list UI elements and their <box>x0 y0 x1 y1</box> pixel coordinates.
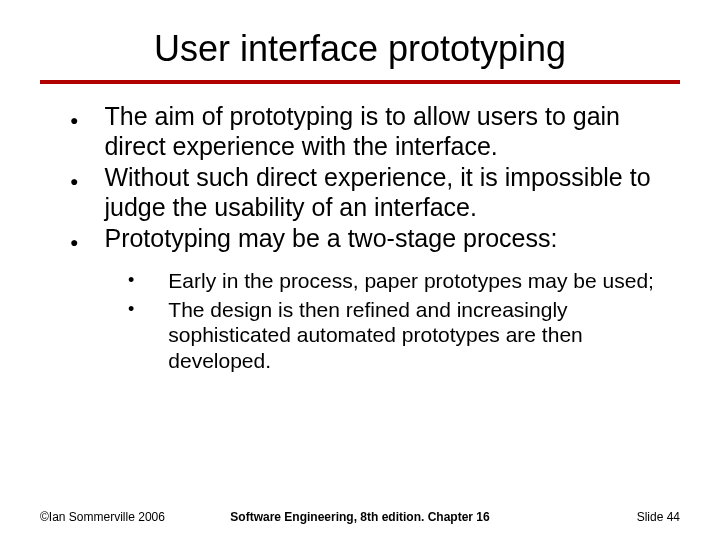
bullet-text: Prototyping may be a two-stage process: <box>104 224 557 254</box>
slide-title: User interface prototyping <box>40 28 680 70</box>
list-item: ● Without such direct experience, it is … <box>70 163 670 222</box>
sub-bullet-text: The design is then refined and increasin… <box>168 297 670 373</box>
bullet-icon: ● <box>70 228 78 256</box>
footer: ©Ian Sommerville 2006 Software Engineeri… <box>0 510 720 524</box>
list-item: • Early in the process, paper prototypes… <box>128 268 670 293</box>
content-area: ● The aim of prototyping is to allow use… <box>40 102 680 373</box>
main-bullet-list: ● The aim of prototyping is to allow use… <box>70 102 670 256</box>
list-item: ● Prototyping may be a two-stage process… <box>70 224 670 256</box>
footer-left: ©Ian Sommerville 2006 <box>40 510 165 524</box>
sub-bullet-text: Early in the process, paper prototypes m… <box>168 268 654 293</box>
slide: User interface prototyping ● The aim of … <box>0 0 720 540</box>
list-item: • The design is then refined and increas… <box>128 297 670 373</box>
bullet-text: The aim of prototyping is to allow users… <box>104 102 670 161</box>
sub-bullet-icon: • <box>128 297 134 321</box>
sub-bullet-icon: • <box>128 268 134 292</box>
footer-center: Software Engineering, 8th edition. Chapt… <box>230 510 489 524</box>
list-item: ● The aim of prototyping is to allow use… <box>70 102 670 161</box>
footer-right: Slide 44 <box>637 510 680 524</box>
bullet-icon: ● <box>70 167 78 195</box>
sub-bullet-list: • Early in the process, paper prototypes… <box>128 268 670 373</box>
bullet-text: Without such direct experience, it is im… <box>104 163 670 222</box>
bullet-icon: ● <box>70 106 78 134</box>
title-divider <box>40 80 680 84</box>
